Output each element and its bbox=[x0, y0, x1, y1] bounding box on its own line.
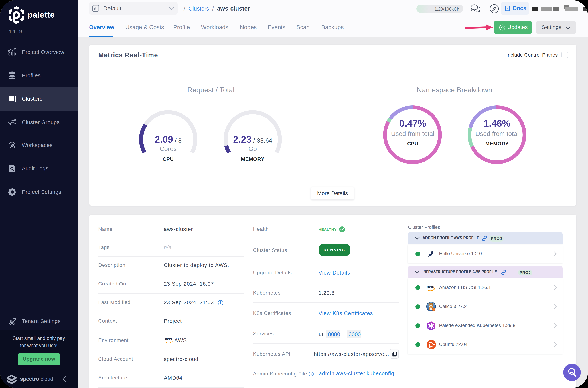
svg-text:aws: aws bbox=[165, 337, 172, 341]
svg-text:aws: aws bbox=[427, 284, 434, 289]
